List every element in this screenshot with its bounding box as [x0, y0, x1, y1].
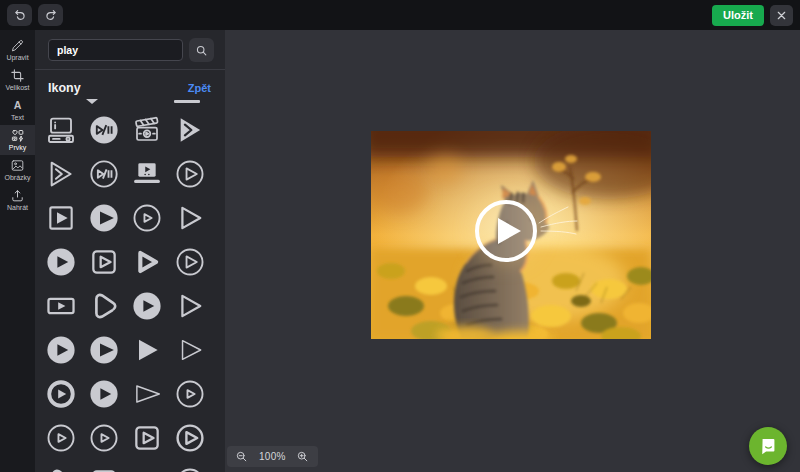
- icon-result-ring-play-thick[interactable]: [39, 372, 82, 416]
- icon-result-play-angular-outline[interactable]: [39, 152, 82, 196]
- icon-result-triangle-play-outline-large[interactable]: [168, 284, 211, 328]
- icon-result-circle-play-filled-2[interactable]: [39, 328, 82, 372]
- play-button-icon[interactable]: [475, 200, 537, 262]
- zoom-in-button[interactable]: [296, 450, 310, 464]
- icon-result-swoosh-partial[interactable]: [39, 460, 82, 472]
- play-pause-circle-filled-icon: [88, 114, 120, 146]
- panel-header: Ikony Zpět: [35, 70, 225, 95]
- video-thumbnail-image[interactable]: [371, 131, 651, 339]
- sidebar-item-label: Upravit: [6, 54, 28, 62]
- close-button[interactable]: [770, 5, 793, 26]
- icon-result-circle-play-filled-notch[interactable]: [39, 240, 82, 284]
- search-icon: [195, 44, 208, 57]
- icon-result-rounded-square-play-outline[interactable]: [82, 240, 125, 284]
- sidebar-item-obrazky[interactable]: Obrázky: [0, 155, 35, 185]
- undo-icon: [13, 8, 27, 22]
- sidebar-item-velikost[interactable]: Velikost: [0, 65, 35, 95]
- square-play-outline-icon: [131, 422, 163, 454]
- sidebar-item-label: Text: [11, 114, 24, 122]
- triangle-play-filled-icon: [131, 334, 163, 366]
- history-controls: [7, 4, 63, 26]
- icon-result-circle-play-outline-2[interactable]: [39, 416, 82, 460]
- icon-result-triangle-swoosh-outline[interactable]: [82, 284, 125, 328]
- pencil-icon: [10, 38, 25, 53]
- icon-result-laptop-play[interactable]: [125, 152, 168, 196]
- circle-play-filled-4-icon: [88, 378, 120, 410]
- circle-play-small-outline-icon: [131, 202, 163, 234]
- zoom-out-icon: [235, 450, 248, 463]
- desktop-play-icon: [45, 114, 77, 146]
- icon-result-circle-play-filled-4[interactable]: [82, 372, 125, 416]
- partial-icon-top: [86, 99, 98, 104]
- zoom-out-button[interactable]: [235, 450, 249, 464]
- swoosh-partial-icon: [45, 466, 77, 472]
- back-link[interactable]: Zpět: [188, 82, 211, 94]
- triangle-play-outline-thin-icon: [174, 334, 206, 366]
- icon-result-circle-play-filled[interactable]: [125, 284, 168, 328]
- icon-result-play-pause-circle-outline[interactable]: [82, 152, 125, 196]
- icon-result-circle-play-filled-3[interactable]: [82, 328, 125, 372]
- topbar-actions: Uložit: [712, 5, 793, 26]
- sidebar-item-upravit[interactable]: Upravit: [0, 35, 35, 65]
- editor-app: Uložit UpravitVelikostTextPrvkyObrázkyNa…: [0, 0, 800, 472]
- icon-result-triangle-play-long-outline[interactable]: [125, 372, 168, 416]
- circle-play-outline-2-icon: [45, 422, 77, 454]
- redo-icon: [44, 8, 58, 22]
- triangle-thick-rounded-icon: [131, 246, 163, 278]
- circle-play-outline-3-icon: [88, 422, 120, 454]
- triangle-swoosh-outline-icon: [88, 290, 120, 322]
- sidebar-item-text[interactable]: Text: [0, 95, 35, 125]
- zoom-level: 100%: [259, 451, 286, 462]
- icon-result-play-angular-filled[interactable]: [168, 108, 211, 152]
- icon-result-circle-play-outline-3[interactable]: [82, 416, 125, 460]
- icon-result-triangle-play-filled[interactable]: [125, 328, 168, 372]
- upload-icon: [10, 188, 25, 203]
- sidebar-item-label: Obrázky: [4, 174, 30, 182]
- icon-result-circle-play-cutout[interactable]: [82, 196, 125, 240]
- circle-play-outline-icon: [174, 158, 206, 190]
- image-icon: [10, 158, 25, 173]
- sidebar-item-prvky[interactable]: Prvky: [0, 125, 35, 155]
- sidebar-item-label: Velikost: [5, 84, 29, 92]
- icon-result-circle-play-small-outline-2[interactable]: [168, 372, 211, 416]
- canvas[interactable]: 100%: [225, 30, 800, 472]
- undo-button[interactable]: [7, 4, 32, 26]
- icon-result-circle-play-ring-outline[interactable]: [168, 240, 211, 284]
- circle-play-filled-icon: [131, 290, 163, 322]
- chat-bubble-icon: [758, 436, 778, 456]
- icon-result-triangle-play-outline-thin[interactable]: [168, 328, 211, 372]
- square-play-partial-icon: [88, 466, 120, 472]
- clapperboard-play-icon: [131, 114, 163, 146]
- sidebar-item-nahrat[interactable]: Nahrát: [0, 185, 35, 215]
- play-angular-filled-icon: [174, 114, 206, 146]
- search-button[interactable]: [189, 38, 214, 62]
- partial-icon-top: [174, 100, 200, 103]
- icon-result-circle-play-partial[interactable]: [168, 460, 211, 472]
- icon-result-circle-play-double-outline[interactable]: [168, 416, 211, 460]
- icon-result-play-pause-circle-filled[interactable]: [82, 108, 125, 152]
- icon-result-square-play-outline[interactable]: [125, 416, 168, 460]
- icon-grid: [35, 108, 225, 472]
- icon-result-square-play-partial[interactable]: [82, 460, 125, 472]
- icon-result-triangle-play-outline[interactable]: [168, 196, 211, 240]
- zoom-in-icon: [296, 450, 309, 463]
- chat-button[interactable]: [749, 427, 787, 465]
- icon-result-play-badge[interactable]: [125, 460, 168, 472]
- laptop-play-icon: [131, 158, 163, 190]
- save-button[interactable]: Uložit: [712, 5, 764, 26]
- icon-result-triangle-thick-rounded[interactable]: [125, 240, 168, 284]
- square-play-filled-icon: [45, 202, 77, 234]
- play-badge-icon: [131, 466, 163, 472]
- icon-result-clapperboard-play[interactable]: [125, 108, 168, 152]
- icon-result-desktop-play[interactable]: [39, 108, 82, 152]
- topbar: Uložit: [0, 0, 800, 30]
- icon-result-circle-play-outline[interactable]: [168, 152, 211, 196]
- icon-result-square-play-filled[interactable]: [39, 196, 82, 240]
- icon-result-circle-play-small-outline[interactable]: [125, 196, 168, 240]
- play-triangle-icon: [491, 214, 525, 248]
- redo-button[interactable]: [38, 4, 63, 26]
- search-input[interactable]: [48, 39, 183, 61]
- icon-result-video-frame-play[interactable]: [39, 284, 82, 328]
- search-row: [35, 30, 225, 69]
- crop-icon: [10, 68, 25, 83]
